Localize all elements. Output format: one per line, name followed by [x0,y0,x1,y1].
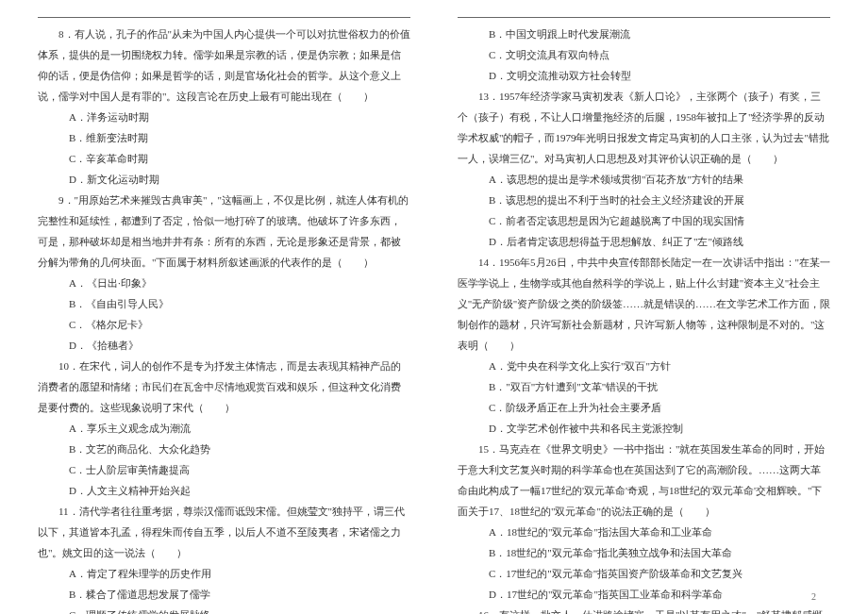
q14-option-b: B．"双百"方针遭到"文革"错误的干扰 [458,376,830,397]
q9-option-a: A．《日出·印象》 [38,273,410,293]
q10-option-d: D．人文主义精神开始兴起 [38,480,410,501]
q13-option-a: A．该思想的提出是学术领域贯彻"百花齐放"方针的结果 [458,169,830,190]
q10-option-c: C．士人阶层审美情趣提高 [38,459,410,480]
q8-option-d: D．新文化运动时期 [38,169,410,190]
question-16-text: 16．有这样一批文人，仕进路途堵塞，于是"以其有用之才"，"舒其拂郁感慨之怀"，… [458,605,830,614]
q10-option-a: A．享乐主义观念成为潮流 [38,418,410,439]
question-10-text: 10．在宋代，词人的创作不是专为抒发主体情志，而是去表现其精神产品的消费者的愿望… [38,356,410,418]
q11-option-a: A．肯定了程朱理学的历史作用 [38,563,410,584]
q15-option-a: A．18世纪的"双元革命"指法国大革命和工业革命 [458,522,830,542]
q11-option-c: C．理顺了传统儒学的发展脉络 [38,605,410,614]
q13-option-d: D．后者肯定该思想得益于思想解放、纠正了"左"倾路线 [458,231,830,252]
q14-option-d: D．文学艺术创作被中共和各民主党派控制 [458,418,830,439]
question-11-text: 11．清代学者往往重考据，尊崇汉儒而诋毁宋儒。但姚莹文"独持平，谓三代以下，其道… [38,501,410,563]
q8-option-b: B．维新变法时期 [38,127,410,148]
q14-option-c: C．阶级矛盾正在上升为社会主要矛盾 [458,397,830,418]
q9-option-d: D．《拾穗者》 [38,335,410,356]
q12-option-d: D．文明交流推动双方社会转型 [458,65,830,86]
q10-option-b: B．文艺的商品化、大众化趋势 [38,439,410,459]
question-14-text: 14．1956年5月26日，中共中央宣传部部长陆定一在一次讲话中指出："在某一医… [458,252,830,356]
question-8-text: 8．有人说，孔子的作品"从未为中国人内心提供一个可以对抗世俗权力的价值体系，提供… [38,24,410,107]
q8-option-a: A．洋务运动时期 [38,107,410,127]
question-9-text: 9．"用原始艺术来摧毁古典审美"，"这幅画上，不仅是比例，就连人体有机的完整性和… [38,190,410,273]
q12-option-b: B．中国文明跟上时代发展潮流 [458,24,830,44]
right-column: B．中国文明跟上时代发展潮流 C．文明交流具有双向特点 D．文明交流推动双方社会… [458,17,830,614]
q13-option-b: B．该思想的提出不利于当时的社会主义经济建设的开展 [458,190,830,210]
question-13-text: 13．1957年经济学家马寅初发表《新人口论》，主张两个（孩子）有奖，三个（孩子… [458,86,830,169]
page-number: 2 [811,588,816,606]
q14-option-a: A．党中央在科学文化上实行"双百"方针 [458,356,830,376]
q11-option-b: B．糅合了儒道思想发展了儒学 [38,584,410,605]
q8-option-c: C．辛亥革命时期 [38,148,410,169]
question-15-text: 15．马克垚在《世界文明史》一书中指出："就在英国发生革命的同时，开始于意大利文… [458,439,830,522]
left-column: 8．有人说，孔子的作品"从未为中国人内心提供一个可以对抗世俗权力的价值体系，提供… [38,17,410,614]
q13-option-c: C．前者否定该思想是因为它超越脱离了中国的现实国情 [458,210,830,231]
q15-option-d: D．17世纪的"双元革命"指英国工业革命和科学革命 [458,584,830,605]
q15-option-b: B．18世纪的"双元革命"指北美独立战争和法国大革命 [458,542,830,563]
q9-option-b: B．《自由引导人民》 [38,293,410,314]
q15-option-c: C．17世纪的"双元革命"指英国资产阶级革命和文艺复兴 [458,563,830,584]
q12-option-c: C．文明交流具有双向特点 [458,44,830,65]
q9-option-c: C．《格尔尼卡》 [38,314,410,335]
